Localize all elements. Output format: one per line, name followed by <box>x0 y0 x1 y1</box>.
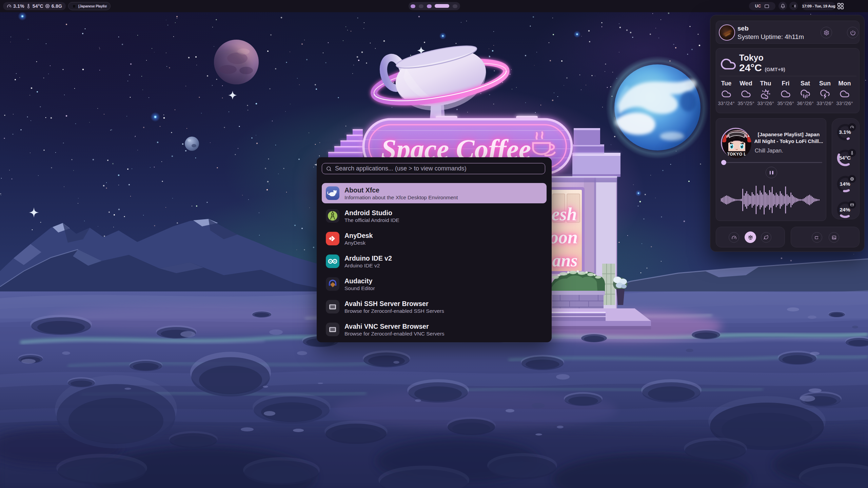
svg-text:54°C: 54°C <box>839 155 851 161</box>
svg-text:esh: esh <box>551 204 577 224</box>
svg-text:24%: 24% <box>840 207 850 212</box>
svg-text:ans: ans <box>552 251 577 270</box>
svg-text:3.1%: 3.1% <box>839 129 851 135</box>
svg-text:14%: 14% <box>840 181 850 187</box>
svg-text:oon: oon <box>549 227 578 247</box>
